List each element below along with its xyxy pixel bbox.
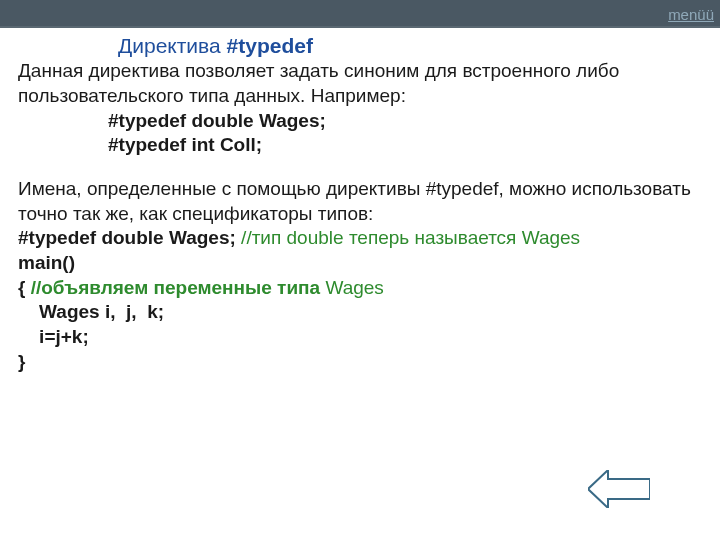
- code-main-signature: main(): [18, 251, 702, 276]
- slide-title: Директива #typedef: [118, 32, 702, 59]
- slide-content: Директива #typedef Данная директива позв…: [0, 28, 720, 375]
- slide: menüü Директива #typedef Данная директив…: [0, 0, 720, 540]
- comment-type-alias: //тип double теперь называется Wages: [236, 227, 580, 248]
- blank-line: [18, 158, 702, 177]
- title-text: Директива: [118, 34, 227, 57]
- comment-declare-vars: //объявляем переменные типа: [25, 277, 325, 298]
- code-var-declaration: Wages i, j, k;: [18, 300, 702, 325]
- comment-declare-vars-type: Wages: [325, 277, 383, 298]
- back-button[interactable]: [588, 470, 650, 508]
- code-line-typedef-comment: #typedef double Wages; //тип double тепе…: [18, 226, 702, 251]
- assign-text: i=j+k;: [18, 326, 89, 347]
- brace-close: }: [18, 350, 702, 375]
- paragraph-intro: Данная директива позволяет задать синони…: [18, 59, 702, 108]
- code-typedef-coll: #typedef int Coll;: [108, 133, 702, 158]
- menu-link[interactable]: menüü: [668, 6, 714, 23]
- code-assignment: i=j+k;: [18, 325, 702, 350]
- back-arrow-icon: [588, 470, 650, 508]
- code-typedef-wages: #typedef double Wages;: [108, 109, 702, 134]
- code-brace-open-line: { //объявляем переменные типа Wages: [18, 276, 702, 301]
- title-directive: #typedef: [227, 34, 313, 57]
- header-bar: menüü: [0, 0, 720, 28]
- code-typedef-inline: #typedef double Wages;: [18, 227, 236, 248]
- paragraph-usage: Имена, определенные с помощью директивы …: [18, 177, 702, 226]
- decl-text: Wages i, j, k;: [18, 301, 164, 322]
